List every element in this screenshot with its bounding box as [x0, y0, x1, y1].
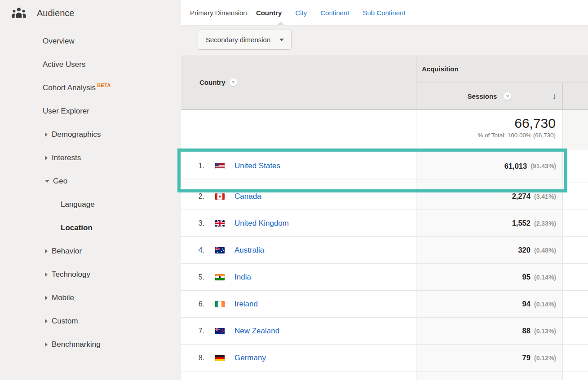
- sidebar-item-interests[interactable]: Interests: [0, 146, 181, 170]
- de-flag-icon: [215, 355, 225, 361]
- sidebar-item-label: Location: [61, 223, 93, 232]
- dimension-options: CountryCityContinentSub Continent: [256, 9, 419, 17]
- sessions-column-header[interactable]: Sessions ? ↓: [416, 83, 563, 109]
- sessions-share: (91.43%): [531, 162, 556, 170]
- row-stub-cell: [563, 318, 588, 344]
- dimension-option-continent[interactable]: Continent: [320, 9, 349, 17]
- totals-sessions-cell: 66,730 % of Total: 100.00% (66,730): [416, 110, 563, 149]
- row-rank: 8.: [181, 354, 204, 362]
- analytics-screen: Audience OverviewActive UsersCohort Anal…: [0, 0, 588, 380]
- sidebar-item-behavior[interactable]: Behavior: [0, 240, 181, 263]
- sidebar-item-cohort-analysis[interactable]: Cohort AnalysisBETA: [0, 76, 181, 100]
- country-cell: 4.Australia: [181, 237, 416, 263]
- help-icon[interactable]: ?: [230, 79, 237, 86]
- sessions-share: (0.14%): [534, 301, 556, 308]
- beta-badge: BETA: [97, 83, 111, 88]
- sidebar-item-label: Custom: [52, 317, 78, 326]
- sessions-value: 95: [522, 273, 531, 281]
- country-link[interactable]: Australia: [234, 246, 264, 255]
- sessions-value: 2,274: [512, 192, 531, 201]
- triangle-right-icon: [45, 272, 48, 277]
- secondary-dimension-button[interactable]: Secondary dimension: [198, 30, 292, 50]
- sessions-value: 61,013: [504, 162, 527, 170]
- table-row-germany: 8.Germany79(0.12%): [181, 344, 588, 371]
- audience-people-icon: [11, 7, 27, 19]
- sessions-cell: 1,552(2.33%): [416, 210, 563, 236]
- sidebar-item-active-users[interactable]: Active Users: [0, 53, 181, 76]
- sessions-value: 94: [522, 300, 531, 308]
- country-column-header[interactable]: Country ?: [181, 55, 416, 109]
- sidebar-item-mobile[interactable]: Mobile: [0, 286, 181, 310]
- primary-dimension-bar: Primary Dimension: CountryCityContinentS…: [181, 0, 588, 26]
- sidebar-item-user-explorer[interactable]: User Explorer: [0, 100, 181, 123]
- country-link[interactable]: India: [234, 273, 251, 282]
- country-link[interactable]: United Kingdom: [234, 219, 289, 228]
- totals-country-cell: [181, 110, 416, 149]
- sidebar-item-technology[interactable]: Technology: [0, 263, 181, 286]
- sidebar-item-benchmarking[interactable]: Benchmarking: [0, 333, 181, 356]
- sessions-value: 320: [518, 246, 531, 254]
- sidebar-item-custom[interactable]: Custom: [0, 310, 181, 333]
- sidebar-item-location[interactable]: Location: [0, 216, 181, 240]
- totals-row: 66,730 % of Total: 100.00% (66,730): [181, 110, 588, 149]
- sidebar: Audience OverviewActive UsersCohort Anal…: [0, 0, 181, 380]
- country-link[interactable]: Canada: [234, 192, 261, 201]
- table-toolbar: Secondary dimension: [181, 26, 588, 55]
- sessions-value: 1,552: [512, 219, 531, 227]
- nz-flag-icon: [215, 328, 225, 334]
- table-row-australia: 4.Australia320(0.48%): [181, 236, 588, 263]
- country-link[interactable]: Germany: [234, 354, 266, 363]
- acquisition-subheaders: Sessions ? ↓: [416, 83, 588, 109]
- dimension-option-sub-continent[interactable]: Sub Continent: [363, 9, 405, 17]
- sidebar-item-geo[interactable]: Geo: [0, 170, 181, 193]
- sidebar-item-demographics[interactable]: Demographics: [0, 123, 181, 146]
- sidebar-item-label: Mobile: [52, 293, 74, 302]
- row-stub-cell: [563, 345, 588, 371]
- table-row-ireland: 6.Ireland94(0.14%): [181, 290, 588, 317]
- dimension-option-city[interactable]: City: [295, 9, 307, 17]
- chevron-down-icon: [279, 39, 284, 41]
- row-rank: 1.: [181, 162, 204, 170]
- next-column-header-stub: [563, 83, 588, 109]
- country-cell: 1.United States: [181, 149, 416, 183]
- sessions-value: 79: [522, 354, 531, 362]
- table-row-united-kingdom: 3.United Kingdom1,552(2.33%): [181, 210, 588, 236]
- row-stub-cell: [563, 210, 588, 236]
- sidebar-item-label: Overview: [43, 37, 75, 46]
- triangle-down-icon: [45, 180, 49, 183]
- sidebar-item-label: Demographics: [52, 130, 101, 139]
- secondary-dimension-button-label: Secondary dimension: [206, 36, 270, 44]
- sessions-cell: 88(0.13%): [416, 318, 563, 344]
- country-link[interactable]: New Zealand: [234, 327, 279, 336]
- sessions-share: (0.48%): [534, 247, 556, 254]
- acquisition-header-label: Acquisition: [422, 65, 459, 73]
- sessions-cell: 61,013(91.43%): [416, 149, 563, 183]
- sidebar-item-label: Active Users: [43, 60, 85, 69]
- country-link[interactable]: Ireland: [234, 300, 258, 309]
- row-stub-cell: [563, 237, 588, 263]
- sidebar-item-overview[interactable]: Overview: [0, 30, 181, 53]
- sidebar-item-language[interactable]: Language: [0, 193, 181, 216]
- country-cell: 3.United Kingdom: [181, 210, 416, 236]
- row-rank: 3.: [181, 219, 204, 227]
- sidebar-item-label: Interests: [52, 153, 81, 162]
- ie-flag-icon: [215, 301, 225, 307]
- row-stub-cell: [563, 183, 588, 210]
- sessions-header-label: Sessions: [468, 92, 497, 100]
- sidebar-nav: OverviewActive UsersCohort AnalysisBETAU…: [0, 26, 181, 356]
- country-link[interactable]: United States: [234, 162, 280, 170]
- dimension-option-country[interactable]: Country: [256, 9, 282, 17]
- sessions-share: (3.41%): [534, 193, 556, 200]
- sessions-percent-of-total: % of Total: 100.00% (66,730): [416, 132, 556, 139]
- sidebar-section-header[interactable]: Audience: [0, 0, 181, 26]
- sessions-cell: 95(0.14%): [416, 264, 563, 290]
- row-stub-cell: [563, 264, 588, 290]
- sort-descending-icon[interactable]: ↓: [553, 92, 557, 101]
- sessions-share: (2.33%): [534, 220, 556, 227]
- sidebar-item-label: Behavior: [52, 247, 82, 256]
- triangle-right-icon: [45, 249, 48, 253]
- help-icon[interactable]: ?: [504, 92, 511, 100]
- triangle-right-icon: [45, 342, 48, 347]
- sessions-cell: 320(0.48%): [416, 237, 563, 263]
- sidebar-item-label: Geo: [53, 177, 67, 186]
